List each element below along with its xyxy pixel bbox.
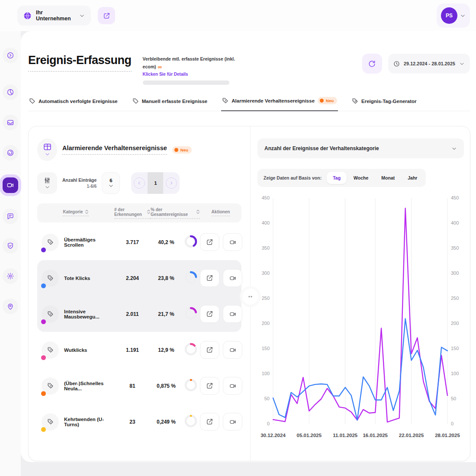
- sidebar-item-audio-waveform[interactable]: [3, 145, 18, 161]
- date-range-value: 29.12.2024 - 28.01.2025: [404, 61, 455, 66]
- table-row[interactable]: Intensive Mausbewegu...2.01121,7 %: [37, 296, 241, 332]
- open-site-button[interactable]: [98, 7, 115, 24]
- company-selector[interactable]: Ihr Unternehmen: [17, 6, 91, 26]
- settings-gear-icon: [6, 272, 14, 280]
- avatar: PS: [441, 7, 457, 24]
- sidebar-item-pie-chart[interactable]: [3, 84, 18, 100]
- line-chart-svg: 0050501001001501502002002502503003003503…: [257, 190, 464, 445]
- chevron-down-icon: [108, 183, 114, 189]
- page-size-select[interactable]: 6: [102, 172, 120, 194]
- refresh-button[interactable]: [362, 54, 382, 74]
- pagination: 1: [131, 172, 180, 194]
- user-menu[interactable]: PS: [437, 3, 470, 28]
- sort-icon: [147, 209, 151, 214]
- sidebar-item-feedback-chat[interactable]: [3, 209, 18, 224]
- events-line-chart: 0050501001001501502002002502503003003503…: [257, 190, 464, 447]
- svg-text:100: 100: [262, 371, 270, 376]
- tab-4[interactable]: Ereignis-Tag-Generator: [351, 95, 418, 111]
- chevron-down-icon: [459, 61, 465, 67]
- behavior-events-panel: Alarmierende Verhaltensereignisse Neu An…: [29, 126, 250, 461]
- table-row[interactable]: (Über-)Schnelles Neula...810,875 %: [37, 368, 241, 404]
- category-color-dot-icon: [41, 427, 46, 432]
- basis-option-tag[interactable]: Tag: [327, 172, 347, 184]
- audio-waveform-icon: [6, 149, 14, 157]
- arrow-right-icon: [169, 180, 174, 186]
- detections-count: 81: [129, 383, 135, 389]
- alert-tag-icon: [42, 270, 59, 287]
- page-title: Ereignis-Erfassung: [28, 54, 132, 72]
- table-row[interactable]: Wutklicks1.19112,9 %: [37, 332, 241, 368]
- shield-check-icon: [6, 242, 14, 250]
- globe-icon: [23, 12, 32, 20]
- detections-count: 2.011: [126, 311, 138, 317]
- arrow-left-icon: [137, 180, 142, 186]
- basis-option-jahr[interactable]: Jahr: [402, 172, 423, 184]
- alert-tag-icon: [42, 413, 59, 431]
- panels-container: Alarmierende Verhaltensereignisse Neu An…: [28, 126, 470, 461]
- quota-details-link[interactable]: Klicken Sie für Details: [143, 72, 236, 77]
- date-range-picker[interactable]: 29.12.2024 - 28.01.2025: [388, 54, 470, 74]
- view-recordings-button[interactable]: [223, 377, 242, 395]
- view-recordings-button[interactable]: [223, 233, 242, 251]
- clock-icon: [393, 61, 400, 67]
- percent-donut-icon: [184, 235, 197, 250]
- detections-count: 23: [129, 419, 135, 425]
- sort-icon: [196, 209, 200, 214]
- tag-icon: [29, 98, 35, 104]
- open-events-button[interactable]: [200, 377, 219, 395]
- open-events-button[interactable]: [200, 413, 219, 431]
- view-recordings-button[interactable]: [223, 413, 242, 431]
- open-events-button[interactable]: [200, 269, 219, 287]
- tab-2[interactable]: Manuell erfasste Ereignisse: [132, 95, 208, 111]
- sidebar-item-location-person[interactable]: [3, 299, 18, 314]
- tab-1[interactable]: Automatisch verfolgte Ereignisse: [28, 95, 119, 111]
- table-view-selector[interactable]: [37, 138, 57, 161]
- next-page-button[interactable]: [163, 172, 180, 194]
- sidebar-item-settings-gear[interactable]: [3, 268, 18, 284]
- table-row[interactable]: Übermäßiges Scrollen3.71740,2 %: [37, 224, 241, 260]
- chart-title-dropdown[interactable]: Anzahl der Ereignisse der Verhaltenskate…: [257, 138, 464, 158]
- sidebar-item-collapse-arrow[interactable]: [3, 48, 18, 63]
- table-row[interactable]: Tote Klicks2.20423,8 %: [37, 260, 241, 296]
- table-row[interactable]: Kehrtwenden (U-Turns)230,249 %: [37, 404, 241, 440]
- alert-tag-icon: [42, 306, 59, 323]
- filter-button[interactable]: [37, 172, 57, 194]
- column-header-3[interactable]: % der Gesamtereignisse: [151, 207, 200, 219]
- detections-count: 3.717: [126, 239, 139, 245]
- detections-count: 2.204: [126, 275, 139, 281]
- category-color-dot-icon: [41, 283, 46, 288]
- category-name: Tote Klicks: [64, 276, 90, 281]
- svg-text:400: 400: [262, 220, 270, 225]
- feedback-chat-icon: [6, 212, 14, 220]
- globe-icon: [23, 12, 32, 20]
- tab-3[interactable]: Alarmierende VerhaltensereignisseNeu: [221, 94, 338, 111]
- basis-option-monat[interactable]: Monat: [375, 172, 401, 184]
- view-recordings-button[interactable]: [223, 269, 242, 287]
- column-header-1[interactable]: Kategorie: [63, 209, 88, 216]
- sidebar-item-inbox[interactable]: [3, 115, 18, 130]
- prev-page-button[interactable]: [131, 172, 148, 194]
- quota-progress-bar: [143, 80, 229, 85]
- sidebar-item-shield-check[interactable]: [3, 238, 18, 254]
- svg-text:400: 400: [451, 220, 459, 225]
- panel-title: Alarmierende Verhaltensereignisse: [62, 145, 167, 155]
- drag-icon: [247, 293, 254, 300]
- view-recordings-button[interactable]: [223, 305, 242, 323]
- percent-donut-icon: [184, 415, 197, 429]
- category-name: Intensive Mausbewegu...: [64, 309, 114, 319]
- column-header-4[interactable]: Aktionen: [212, 209, 230, 216]
- column-header-2[interactable]: # der Erkennungen: [114, 207, 151, 219]
- view-recordings-button[interactable]: [223, 341, 242, 359]
- open-events-button[interactable]: [200, 305, 219, 323]
- svg-text:350: 350: [262, 245, 270, 251]
- open-events-button[interactable]: [200, 341, 219, 359]
- open-events-button[interactable]: [200, 233, 219, 251]
- chevron-down-icon: [108, 183, 114, 189]
- basis-option-woche[interactable]: Woche: [347, 172, 374, 184]
- entries-count: Anzahl Einträge 1-6/6: [62, 177, 96, 189]
- sidebar-item-session-recording[interactable]: [3, 177, 18, 193]
- resize-handle-icon[interactable]: [242, 289, 258, 305]
- svg-text:300: 300: [451, 270, 459, 276]
- category-name: Wutklicks: [64, 347, 87, 353]
- page-number[interactable]: 1: [148, 172, 163, 194]
